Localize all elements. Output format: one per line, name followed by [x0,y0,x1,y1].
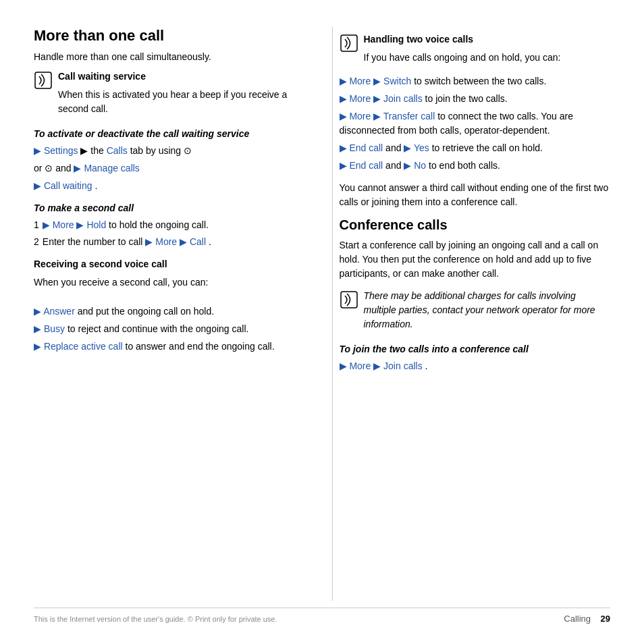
svg-rect-1 [341,35,357,51]
call-waiting-block: Call waiting service When this is activa… [34,70,305,120]
cannot-text: You cannot answer a third call without e… [340,181,611,209]
calls-link: Calls [107,145,128,156]
handling-bullet5: ▶ End call and ▶ No to end both calls. [340,159,611,173]
handling-bullet1: ▶ More ▶ Switch to switch between the tw… [340,74,611,88]
receiving-bullet3: ▶ Replace active call to answer and end … [34,340,305,354]
svg-rect-0 [35,72,51,88]
arrow3: ▶ [74,163,81,173]
call-waiting-link: Call waiting [44,180,92,191]
item2-content: Enter the number to call ▶ More ▶ Call . [43,235,211,249]
handling-heading: Handling two voice calls [364,32,611,47]
arrow4: ▶ [34,180,41,191]
handling-content: Handling two voice calls If you have cal… [364,32,611,69]
activate-step1: ▶ Settings ▶ the Calls tab by using ⊙ [34,144,305,158]
receiving-bullet2: ▶ Busy to reject and continue with the o… [34,322,305,336]
note-text: There may be additional charges for call… [364,289,611,331]
conference-intro: Start a conference call by joining an on… [340,238,611,281]
phone-icon [34,71,53,90]
handling-intro: If you have calls ongoing and on hold, y… [364,51,611,65]
circle-icon2: ⊙ [45,163,53,173]
handling-bullet2: ▶ More ▶ Join calls to join the two call… [340,92,611,106]
num1: 1 [34,218,39,232]
join-bullet: ▶ More ▶ Join calls . [340,359,611,373]
note-content: There may be additional charges for call… [364,289,611,336]
call-waiting-content: Call waiting service When this is activa… [58,70,305,120]
manage-calls-link: Manage calls [84,163,140,173]
receiving-heading: Receiving a second voice call [34,257,305,271]
call-waiting-label: Call waiting service [58,70,305,84]
settings-link: Settings [44,145,80,156]
circle-icon: ⊙ [184,145,192,156]
note-icon [340,290,358,309]
item1-content: ▶ More ▶ Hold to hold the ongoing call. [43,218,209,232]
content-area: More than one call Handle more than one … [34,27,610,601]
activate-step2: or ⊙ and ▶ Manage calls [34,161,305,176]
footer-left-text: This is the Internet version of the user… [34,615,277,623]
main-title: More than one call [34,27,305,45]
make-second-item2: 2 Enter the number to call ▶ More ▶ Call… [34,235,305,249]
note-block: There may be additional charges for call… [340,289,611,336]
make-second-item1: 1 ▶ More ▶ Hold to hold the ongoing call… [34,218,305,232]
activate-step3: ▶ Call waiting . [34,179,305,193]
footer-label: Calling [564,614,591,624]
period1: . [95,180,97,191]
or-text: or [34,163,45,173]
conference-title: Conference calls [340,217,611,233]
the-text: the [90,145,106,156]
svg-rect-2 [341,292,357,308]
right-column: Handling two voice calls If you have cal… [332,27,611,601]
make-second-heading: To make a second call [34,201,305,215]
phone-icon2 [340,34,358,53]
num2: 2 [34,235,39,249]
make-second-list: 1 ▶ More ▶ Hold to hold the ongoing call… [34,218,305,249]
page: More than one call Handle more than one … [0,0,644,644]
footer: This is the Internet version of the user… [34,608,610,624]
page-number: 29 [601,614,610,624]
intro-text: Handle more than one call simultaneously… [34,50,305,64]
handling-block: Handling two voice calls If you have cal… [340,32,611,69]
arrow1: ▶ [34,145,41,156]
handling-bullet3: ▶ More ▶ Transfer call to connect the tw… [340,109,611,138]
handling-bullet4: ▶ End call and ▶ Yes to retrieve the cal… [340,141,611,155]
footer-right: Calling 29 [564,614,610,624]
left-column: More than one call Handle more than one … [34,27,312,601]
and-text: and [55,163,74,173]
call-waiting-text: When this is activated you hear a beep i… [58,88,305,116]
activate-heading: To activate or deactivate the call waiti… [34,127,305,141]
join-heading: To join the two calls into a conference … [340,342,611,356]
receiving-intro: When you receive a second call, you can: [34,275,305,290]
receiving-bullet1: ▶ Answer and put the ongoing call on hol… [34,304,305,319]
tab-text: tab by using [130,145,184,156]
arrow2: ▶ [80,145,88,156]
